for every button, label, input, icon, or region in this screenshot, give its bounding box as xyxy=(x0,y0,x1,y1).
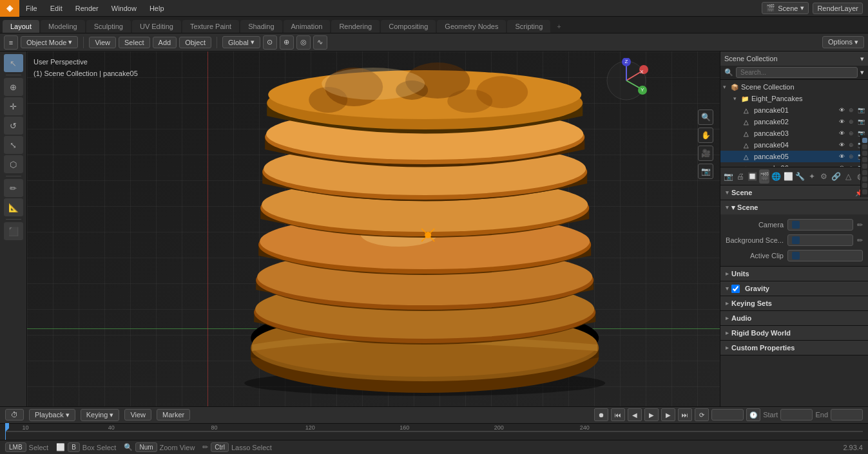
current-frame-input[interactable]: 1 xyxy=(711,409,744,421)
tree-item-pancake04[interactable]: △ pancake04 👁 ⊕ 📷 xyxy=(720,139,868,151)
selectability-icon[interactable]: ⊕ xyxy=(847,129,856,138)
scene-section-header[interactable]: ▾ Scene 📌 xyxy=(720,185,868,200)
nav-pan-icon[interactable]: ✋ xyxy=(698,128,713,143)
tab-compositing[interactable]: Compositing xyxy=(381,20,436,33)
start-frame-input[interactable]: 1 xyxy=(780,409,813,421)
gravity-header[interactable]: ▾ Gravity xyxy=(720,281,868,296)
tab-texture-paint[interactable]: Texture Paint xyxy=(182,20,239,33)
add-menu[interactable]: Add xyxy=(153,37,177,48)
audio-header[interactable]: ▸ Audio xyxy=(720,311,868,325)
end-frame-input[interactable]: 250 xyxy=(831,409,863,421)
modifiers-props-icon[interactable]: 🔧 xyxy=(795,169,805,184)
scene-selector[interactable]: 🎬 Scene ▾ xyxy=(762,2,809,14)
tree-item-pancake01[interactable]: △ pancake01 👁 ⊕ 📷 xyxy=(720,104,868,116)
tab-shading[interactable]: Shading xyxy=(240,20,282,33)
step-back-button[interactable]: ◀ xyxy=(628,408,642,421)
scene-inner-header[interactable]: ▾ ▾ Scene xyxy=(720,200,868,214)
mode-icon[interactable]: ≡ xyxy=(4,35,18,50)
jump-end-button[interactable]: ⏭ xyxy=(678,408,692,421)
add-cube-icon[interactable]: ⬛ xyxy=(4,222,23,240)
outliner-filter-dropdown[interactable]: ▾ xyxy=(860,68,864,77)
viewport-3d[interactable]: User Perspective (1) Scene Collection | … xyxy=(27,52,720,406)
render-props-icon[interactable]: 📷 xyxy=(723,169,734,184)
record-button[interactable]: ⏺ xyxy=(594,408,608,421)
output-props-icon[interactable]: 🖨 xyxy=(735,169,746,184)
data-props-icon[interactable]: △ xyxy=(843,169,854,184)
particles-props-icon[interactable]: ✦ xyxy=(807,169,818,184)
nav-camera-icon[interactable]: 📷 xyxy=(698,164,713,179)
selectability-icon[interactable]: ⊕ xyxy=(847,140,856,149)
visibility-icon[interactable]: 👁 xyxy=(837,152,846,161)
tab-geometry-nodes[interactable]: Geometry Nodes xyxy=(437,20,506,33)
visibility-icon[interactable]: 👁 xyxy=(837,106,846,115)
tree-item-pancake05[interactable]: △ pancake05 👁 ⊕ 📷 xyxy=(720,151,868,162)
units-header[interactable]: ▸ Units xyxy=(720,267,868,281)
object-mode-dropdown[interactable]: Object Mode ▾ xyxy=(21,36,78,48)
scale-tool-icon[interactable]: ⤡ xyxy=(4,136,23,154)
loop-button[interactable]: ⟳ xyxy=(695,408,709,421)
object-props-icon[interactable]: ⬜ xyxy=(783,169,794,184)
marker-menu[interactable]: Marker xyxy=(157,409,190,421)
annotate-icon[interactable]: ✏ xyxy=(4,179,23,197)
tab-rendering[interactable]: Rendering xyxy=(331,20,380,33)
tree-item-pancake02[interactable]: △ pancake02 👁 ⊕ 📷 xyxy=(720,116,868,128)
side-icon-7[interactable] xyxy=(862,185,867,188)
active-clip-value[interactable] xyxy=(787,250,863,261)
gravity-checkbox[interactable] xyxy=(731,285,740,293)
select-tool-icon[interactable]: ↖ xyxy=(4,54,23,72)
render-vis-icon[interactable]: 📷 xyxy=(856,117,865,126)
visibility-icon[interactable]: 👁 xyxy=(837,129,846,138)
custom-props-header[interactable]: ▸ Custom Properties xyxy=(720,341,868,355)
selectability-icon[interactable]: ⊕ xyxy=(847,106,856,115)
outliner-search-input[interactable] xyxy=(736,67,858,78)
rigid-body-header[interactable]: ▸ Rigid Body World xyxy=(720,326,868,340)
tree-item-scene-collection[interactable]: ▾ 📦 Scene Collection xyxy=(720,81,868,93)
step-forward-button[interactable]: ▶ xyxy=(644,408,659,421)
menu-render[interactable]: Render xyxy=(69,3,105,14)
add-workspace-button[interactable]: + xyxy=(552,20,566,33)
tab-uv-editing[interactable]: UV Editing xyxy=(132,20,181,33)
view-layer-props-icon[interactable]: 🔲 xyxy=(747,169,758,184)
tree-item-pancake03[interactable]: △ pancake03 👁 ⊕ 📷 xyxy=(720,128,868,139)
keying-sets-header[interactable]: ▸ Keying Sets xyxy=(720,296,868,310)
transform-pivot-icon[interactable]: ⊙ xyxy=(263,35,277,50)
camera-edit-icon[interactable]: ✏ xyxy=(857,221,863,229)
timeline-scrubber[interactable]: 10 40 80 120 160 200 240 xyxy=(0,424,868,440)
rotate-tool-icon[interactable]: ↺ xyxy=(4,117,23,135)
tab-scripting[interactable]: Scripting xyxy=(507,20,550,33)
bg-scene-edit-icon[interactable]: ✏ xyxy=(857,236,863,245)
tab-modeling[interactable]: Modeling xyxy=(41,20,85,33)
outliner-filter-icon[interactable]: ▾ xyxy=(860,55,864,63)
render-layer-selector[interactable]: RenderLayer xyxy=(813,3,863,14)
visibility-icon[interactable]: 👁 xyxy=(837,140,846,149)
options-dropdown[interactable]: Options ▾ xyxy=(822,36,864,48)
menu-help[interactable]: Help xyxy=(143,3,171,14)
selectability-icon[interactable]: ⊕ xyxy=(847,152,856,161)
camera-value[interactable] xyxy=(787,219,853,231)
axis-gizmo[interactable]: X Y Z xyxy=(604,58,649,103)
tab-layout[interactable]: Layout xyxy=(3,20,39,33)
nav-orbit-icon[interactable]: 🎥 xyxy=(698,146,713,161)
select-menu[interactable]: Select xyxy=(119,37,150,48)
constraints-props-icon[interactable]: 🔗 xyxy=(831,169,842,184)
menu-edit[interactable]: Edit xyxy=(44,3,69,14)
view-menu-timeline[interactable]: View xyxy=(124,409,151,421)
move-tool-icon[interactable]: ✛ xyxy=(4,97,23,115)
play-button[interactable]: ▶ xyxy=(661,408,675,421)
menu-file[interactable]: File xyxy=(19,3,44,14)
cursor-tool-icon[interactable]: ⊕ xyxy=(4,78,23,96)
world-props-icon[interactable]: 🌐 xyxy=(771,169,782,184)
playback-menu[interactable]: Playback ▾ xyxy=(29,409,75,421)
timeline-icon[interactable]: ⏱ xyxy=(5,409,24,421)
visibility-icon[interactable]: 👁 xyxy=(837,117,846,126)
side-icon-8[interactable] xyxy=(862,189,867,194)
scene-props-icon[interactable]: 🎬 xyxy=(759,169,770,184)
nav-zoom-icon[interactable]: 🔍 xyxy=(698,109,713,125)
object-menu[interactable]: Object xyxy=(179,37,211,48)
tab-animation[interactable]: Animation xyxy=(284,20,331,33)
render-vis-icon[interactable]: 📷 xyxy=(856,106,865,115)
clock-icon[interactable]: 🕐 xyxy=(746,408,760,421)
transform-tool-icon[interactable]: ⬡ xyxy=(4,155,23,173)
jump-start-button[interactable]: ⏮ xyxy=(611,408,625,421)
keying-menu[interactable]: Keying ▾ xyxy=(81,409,120,421)
